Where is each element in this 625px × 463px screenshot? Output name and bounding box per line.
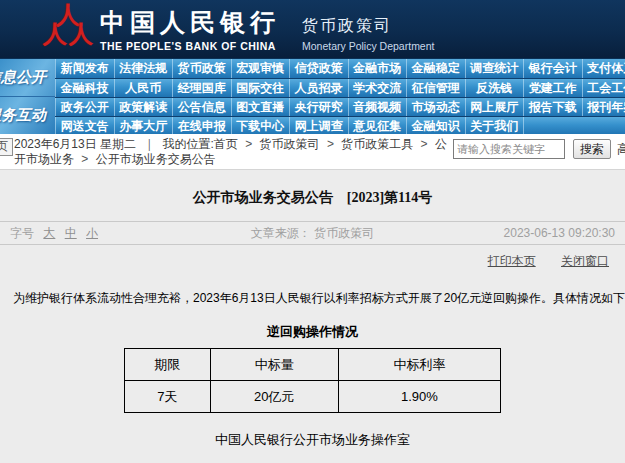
nav-section-label: 信息公开 [0, 68, 46, 87]
breadcrumb-date: 2023年6月13日 星期二 [14, 137, 136, 151]
nav-item-audio-video[interactable]: 音频视频 [348, 98, 407, 116]
nav-item-party-building[interactable]: 党建工作 [523, 79, 582, 97]
nav-item-download-center[interactable]: 下载中心 [231, 117, 290, 134]
department-identity: 货币政策司 Monetary Policy Department [302, 6, 434, 52]
nav-item-gov-affairs[interactable]: 政务公开 [55, 98, 114, 116]
breadcrumb-item-monetary-policy-dept[interactable]: 货币政策司 [260, 137, 320, 151]
nav-filler [523, 117, 625, 134]
department-name-cn: 货币政策司 [302, 16, 434, 37]
breadcrumb-bar: 页 2023年6月13日 星期二 ｜ 我的位置:首页 > 货币政策司 > 货币政… [0, 134, 625, 169]
nav-side-sections: 信息公开 服务互动 [0, 59, 55, 134]
repo-operation-table: 期限 中标量 中标利率 7天 20亿元 1.90% [124, 348, 501, 413]
table-header-row: 期限 中标量 中标利率 [125, 349, 501, 381]
font-size-controls: 字号 大 中 小 [10, 222, 192, 244]
breadcrumb-separator: > [421, 137, 428, 151]
font-size-small[interactable]: 小 [86, 226, 98, 240]
font-size-medium[interactable]: 中 [65, 226, 77, 240]
nav-section-label: 服务互动 [0, 106, 46, 125]
nav-item-market-trends[interactable]: 市场动态 [406, 98, 465, 116]
article-datetime: 2023-06-13 09:20:30 [434, 222, 616, 244]
nav-item-financial-stability[interactable]: 金融稳定 [406, 59, 465, 78]
nav-item-live-broadcast[interactable]: 图文直播 [231, 98, 290, 116]
nav-item-fintech[interactable]: 金融科技 [55, 79, 114, 97]
table-title: 逆回购操作情况 [0, 323, 625, 341]
search-area: 搜索 高级搜索 [453, 139, 625, 159]
cell-term: 7天 [125, 381, 211, 413]
cell-bid-rate: 1.90% [338, 381, 500, 413]
font-size-large[interactable]: 大 [43, 226, 55, 240]
nav-item-recruitment[interactable]: 人员招录 [289, 79, 348, 97]
article-body: 为维护银行体系流动性合理充裕，2023年6月13日人民银行以利率招标方式开展了2… [13, 290, 625, 307]
col-header-bid-amount: 中标量 [210, 349, 338, 381]
search-button[interactable]: 搜索 [573, 139, 611, 159]
breadcrumb-separator: > [245, 137, 252, 151]
bank-name-en: THE PEOPLE'S BANK OF CHINA [100, 40, 280, 52]
nav-item-state-treasury[interactable]: 经理国库 [172, 79, 231, 97]
nav-item-payment-system[interactable]: 支付体系 [582, 59, 625, 78]
nav-item-anti-money-laundering[interactable]: 反洗钱 [465, 79, 524, 97]
nav-grid: 新闻发布 法律法规 货币政策 宏观审慎 信贷政策 金融市场 金融稳定 调查统计 … [55, 59, 625, 134]
nav-item-online-survey[interactable]: 网上调查 [289, 117, 348, 134]
nav-row-4: 网送文告 办事大厅 在线申报 下载中心 网上调查 意见征集 金融知识 关于我们 [55, 116, 625, 134]
print-page-link[interactable]: 打印本页 [488, 254, 536, 268]
nav-item-macroprudential[interactable]: 宏观审慎 [231, 59, 290, 78]
nav-item-statistics[interactable]: 调查统计 [465, 59, 524, 78]
signature-office: 中国人民银行公开市场业务操作室 [0, 431, 625, 449]
page: 人人人 中国人民银行 THE PEOPLE'S BANK OF CHINA 货币… [0, 0, 625, 463]
close-window-link[interactable]: 关闭窗口 [561, 254, 609, 268]
nav-item-labor-union[interactable]: 工会工作 [582, 79, 625, 97]
breadcrumb-item-policy-tools[interactable]: 货币政策工具 [341, 137, 413, 151]
nav-item-news[interactable]: 新闻发布 [55, 59, 114, 78]
nav-item-academic-exchange[interactable]: 学术交流 [348, 79, 407, 97]
nav-row-2: 金融科技 人民币 经理国库 国际交往 人员招录 学术交流 征信管理 反洗钱 党建… [55, 78, 625, 97]
nav-item-credit-policy[interactable]: 信贷政策 [289, 59, 348, 78]
col-header-term: 期限 [125, 349, 211, 381]
department-name-en: Monetary Policy Department [302, 40, 434, 52]
nav-item-feedback[interactable]: 意见征集 [348, 117, 407, 134]
article-meta-bar: 字号 大 中 小 文章来源： 货币政策司 2023-06-13 09:20:30 [0, 221, 625, 245]
nav-item-periodicals[interactable]: 报刊年鉴 [582, 98, 625, 116]
nav-item-service-hall[interactable]: 办事大厅 [114, 117, 173, 134]
table-row: 7天 20亿元 1.90% [125, 381, 501, 413]
main-navigation: 信息公开 服务互动 新闻发布 法律法规 货币政策 宏观审慎 信贷政策 金融市场 … [0, 58, 625, 134]
nav-item-research[interactable]: 央行研究 [289, 98, 348, 116]
search-input[interactable] [453, 139, 565, 159]
article-actions: 打印本页 关闭窗口 [0, 253, 609, 270]
bank-name-cn: 中国人民银行 [100, 6, 280, 39]
nav-item-renminbi[interactable]: 人民币 [114, 79, 173, 97]
nav-item-online-filing[interactable]: 在线申报 [172, 117, 231, 134]
nav-item-announcements[interactable]: 公告信息 [172, 98, 231, 116]
pboc-emblem-icon: 人人人 [42, 5, 94, 53]
bank-identity: 中国人民银行 THE PEOPLE'S BANK OF CHINA [100, 6, 280, 52]
nav-item-financial-markets[interactable]: 金融市场 [348, 59, 407, 78]
col-header-bid-rate: 中标利率 [338, 349, 500, 381]
nav-item-online-gallery[interactable]: 网上展厅 [465, 98, 524, 116]
nav-section-info-disclosure[interactable]: 信息公开 [0, 59, 55, 97]
nav-section-service-interaction[interactable]: 服务互动 [0, 97, 55, 134]
breadcrumb-divider: ｜ [143, 137, 155, 151]
nav-item-international[interactable]: 国际交往 [231, 79, 290, 97]
nav-item-policy-interpretation[interactable]: 政策解读 [114, 98, 173, 116]
nav-item-report-download[interactable]: 报告下载 [523, 98, 582, 116]
nav-row-3: 政务公开 政策解读 公告信息 图文直播 央行研究 音频视频 市场动态 网上展厅 … [55, 97, 625, 116]
nav-item-monetary-policy[interactable]: 货币政策 [172, 59, 231, 78]
article-source: 文章来源： 货币政策司 [192, 222, 434, 244]
breadcrumb-separator: > [81, 152, 88, 166]
corner-box[interactable]: 页 [0, 138, 13, 156]
header: 人人人 中国人民银行 THE PEOPLE'S BANK OF CHINA 货币… [0, 0, 625, 58]
nav-item-laws[interactable]: 法律法规 [114, 59, 173, 78]
nav-item-about-us[interactable]: 关于我们 [465, 117, 524, 134]
nav-item-financial-knowledge[interactable]: 金融知识 [406, 117, 465, 134]
breadcrumb-item-trade-announcements[interactable]: 公开市场业务交易公告 [96, 152, 216, 166]
advanced-search-link[interactable]: 高级搜索 [617, 141, 625, 158]
cell-bid-amount: 20亿元 [210, 381, 338, 413]
font-size-label: 字号 [10, 226, 34, 240]
source-value: 货币政策司 [314, 226, 374, 240]
breadcrumb-location-home[interactable]: 我的位置:首页 [163, 137, 238, 151]
source-label: 文章来源： [251, 226, 311, 240]
nav-item-credit-reporting[interactable]: 征信管理 [406, 79, 465, 97]
nav-item-bank-accounting[interactable]: 银行会计 [523, 59, 582, 78]
article-panel: 公开市场业务交易公告 [2023]第114号 字号 大 中 小 文章来源： 货币… [0, 169, 625, 463]
article-title: 公开市场业务交易公告 [2023]第114号 [0, 189, 625, 207]
nav-item-online-notices[interactable]: 网送文告 [55, 117, 114, 134]
